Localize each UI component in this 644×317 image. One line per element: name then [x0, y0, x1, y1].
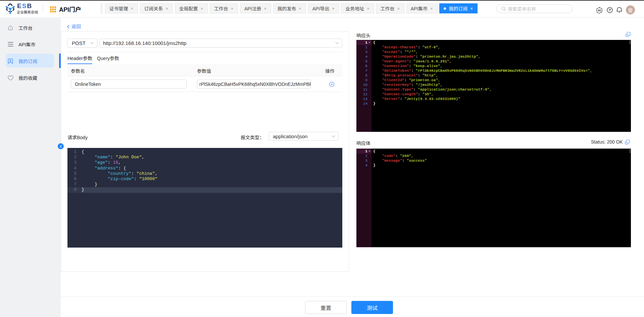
- svg-text:AI: AI: [598, 8, 601, 12]
- svg-text:?: ?: [609, 8, 611, 12]
